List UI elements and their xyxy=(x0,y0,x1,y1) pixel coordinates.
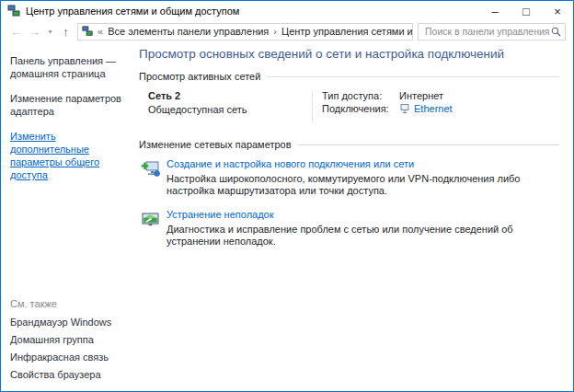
sidebar-item-change-adapter-settings[interactable]: Изменение параметров адаптера xyxy=(10,92,122,118)
breadcrumb-app-icon xyxy=(82,26,93,37)
ethernet-link[interactable]: Ethernet xyxy=(414,103,453,114)
toolbar: ← → ▾ ↑ « Все элементы панели управления… xyxy=(1,21,573,42)
search-box xyxy=(418,23,566,40)
search-input[interactable] xyxy=(423,25,551,38)
network-details: Тип доступа: Интернет Подключения: Ether… xyxy=(322,90,453,123)
window-controls: – □ × xyxy=(479,1,573,21)
network-sharing-center-window: Центр управления сетями и общим доступом… xyxy=(0,0,574,392)
new-connection-link[interactable]: Создание и настройка нового подключения … xyxy=(166,158,559,169)
sidebar-spacer xyxy=(10,193,126,298)
new-connection-description: Настройка широкополосного, коммутируемог… xyxy=(166,173,559,197)
maximize-button[interactable]: □ xyxy=(511,1,542,21)
sidebar-item-control-panel-home[interactable]: Панель управления — домашняя страница xyxy=(10,54,122,80)
active-network-row: Сеть 2 Общедоступная сеть Тип доступа: И… xyxy=(139,90,559,123)
task-list: Создание и настройка нового подключения … xyxy=(139,158,559,248)
forward-button[interactable]: → xyxy=(28,26,41,38)
search-icon[interactable] xyxy=(551,27,561,37)
breadcrumb-item-control-panel[interactable]: Все элементы панели управления xyxy=(108,26,269,37)
sidebar-item-advanced-sharing-settings[interactable]: Изменить дополнительные параметры общего… xyxy=(10,130,122,181)
task-new-connection: Создание и настройка нового подключения … xyxy=(141,158,559,197)
content-area: Панель управления — домашняя страница Из… xyxy=(1,42,573,391)
sidebar-item-internet-options[interactable]: Свойства браузера xyxy=(10,369,122,381)
breadcrumb-separator-icon: › xyxy=(273,26,277,37)
task-body: Устранение неполадок Диагностика и испра… xyxy=(166,209,559,248)
access-type-label: Тип доступа: xyxy=(322,90,399,101)
window-title: Центр управления сетями и общим доступом xyxy=(26,6,239,17)
connections-label: Подключения: xyxy=(322,103,399,114)
network-divider xyxy=(312,90,313,123)
sidebar-item-infrared[interactable]: Инфракрасная связь xyxy=(10,352,122,363)
recent-pages-dropdown-icon[interactable]: ▾ xyxy=(46,28,54,36)
minimize-button[interactable]: – xyxy=(479,1,511,21)
address-bar[interactable]: « Все элементы панели управления › Центр… xyxy=(77,23,413,40)
ethernet-icon xyxy=(399,103,410,114)
up-button[interactable]: ↑ xyxy=(59,26,73,38)
breadcrumb-item-current[interactable]: Центр управления сетями и общим доступом xyxy=(281,26,413,37)
task-body: Создание и настройка нового подключения … xyxy=(166,158,559,197)
section-active-networks-title: Просмотр активных сетей xyxy=(139,71,260,82)
main-pane: Просмотр основных сведений о сети и наст… xyxy=(130,42,573,391)
sidebar-item-homegroup[interactable]: Домашняя группа xyxy=(10,334,122,346)
section-rule xyxy=(267,76,559,77)
section-change-settings-title: Изменение сетевых параметров xyxy=(139,139,292,150)
section-rule xyxy=(298,144,559,145)
network-type: Общедоступная сеть xyxy=(148,104,312,115)
sidebar: Панель управления — домашняя страница Из… xyxy=(1,42,130,391)
network-identity: Сеть 2 Общедоступная сеть xyxy=(148,90,312,123)
breadcrumb-overflow-chevron[interactable]: « xyxy=(98,26,103,37)
connection-value: Ethernet xyxy=(399,103,453,114)
network-name: Сеть 2 xyxy=(148,90,312,101)
section-change-settings-header: Изменение сетевых параметров xyxy=(139,139,559,150)
troubleshoot-link[interactable]: Устранение неполадок xyxy=(166,209,559,220)
network-sharing-app-icon xyxy=(7,5,20,17)
troubleshoot-icon xyxy=(141,209,166,248)
troubleshoot-description: Диагностика и исправление проблем с сеть… xyxy=(166,224,559,248)
page-title: Просмотр основных сведений о сети и наст… xyxy=(139,47,559,61)
titlebar: Центр управления сетями и общим доступом… xyxy=(1,1,573,21)
see-also-title: См. также xyxy=(10,298,126,309)
close-button[interactable]: × xyxy=(542,1,573,21)
section-active-networks-header: Просмотр активных сетей xyxy=(139,71,559,82)
new-connection-icon xyxy=(141,158,166,197)
task-troubleshoot: Устранение неполадок Диагностика и испра… xyxy=(141,209,559,248)
sidebar-item-windows-firewall[interactable]: Брандмауэр Windows xyxy=(10,317,122,329)
access-type-value: Интернет xyxy=(399,90,453,101)
back-button[interactable]: ← xyxy=(9,26,23,38)
